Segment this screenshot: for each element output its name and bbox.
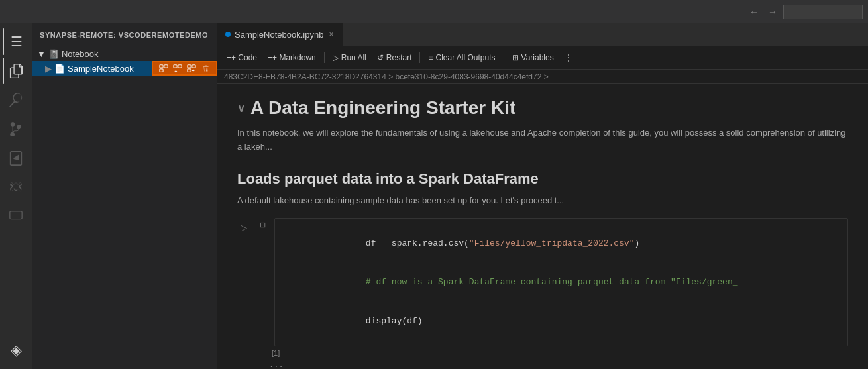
- toolbar-divider-1: [324, 52, 325, 63]
- notebook-title: ∨ A Data Engineering Starter Kit: [237, 97, 848, 119]
- code-label: + Code: [231, 53, 257, 62]
- activity-remote-explorer[interactable]: [3, 203, 29, 230]
- variables-icon: ⊞: [512, 53, 519, 62]
- activity-synapse[interactable]: ◈: [3, 337, 29, 364]
- more-icon: ⋮: [565, 53, 572, 62]
- notebook-action-buttons: [152, 61, 217, 76]
- sidebar-header: SYNAPSE-REMOTE: VSCODEREMOTEDEMO: [32, 23, 217, 46]
- plus-icon: +: [227, 53, 231, 62]
- notebook-file-label: ▶ 📄 SampleNotebook: [32, 64, 152, 74]
- clear-outputs-button[interactable]: ≡ Clear All Outputs: [424, 50, 499, 66]
- tab-close-button[interactable]: ×: [327, 28, 335, 40]
- restart-label: Restart: [386, 53, 412, 62]
- activity-menu[interactable]: ☰: [3, 28, 29, 55]
- activity-search[interactable]: [3, 87, 29, 113]
- toolbar-divider-3: [504, 52, 504, 63]
- notebook-description: In this notebook, we will explore the fu…: [237, 127, 848, 154]
- title-text: A Data Engineering Starter Kit: [250, 97, 515, 119]
- add-markdown-button[interactable]: + + Markdown: [264, 50, 320, 66]
- chevron-right-icon: ▶: [45, 64, 52, 74]
- svg-rect-2: [164, 65, 168, 68]
- cell-expand-button[interactable]: ⊟: [256, 221, 269, 229]
- svg-rect-3: [160, 69, 163, 72]
- tab-samplenotebook[interactable]: SampleNotebook.ipynb ×: [217, 23, 343, 46]
- cell-output-dots-1: ...: [237, 360, 848, 369]
- tab-bar: SampleNotebook.ipynb ×: [217, 23, 868, 46]
- collapse-chevron[interactable]: ∨: [237, 102, 245, 115]
- cell-execution-number: [1]: [272, 349, 280, 357]
- code-line-3: display(df): [283, 301, 840, 341]
- title-search-input[interactable]: [783, 5, 863, 19]
- notebook-section-header[interactable]: ▼ 📓 Notebook: [32, 46, 217, 61]
- action-notebook-more-btn[interactable]: [185, 62, 198, 74]
- activity-extensions[interactable]: [3, 174, 29, 201]
- section2-title: Loads parquet data into a Spark DataFram…: [237, 170, 848, 187]
- breadcrumb: 483C2DE8-FB78-4B2A-BC72-3218D2764314 > b…: [217, 70, 868, 84]
- code-line-1: df = spark.read.csv("Files/yellow_tripda…: [283, 224, 840, 263]
- svg-rect-10: [188, 69, 191, 72]
- run-all-button[interactable]: ▷ Run All: [329, 50, 370, 66]
- action-notebook-delete-btn[interactable]: [199, 62, 212, 74]
- notebook-icon: 📓: [48, 49, 59, 59]
- notebook-content: ∨ A Data Engineering Starter Kit In this…: [217, 84, 868, 369]
- more-options-button[interactable]: ⋮: [561, 50, 576, 66]
- nav-controls: ← →: [746, 4, 863, 20]
- code-cell-1: ▷ ⊟ df = spark.read.csv("Files/yellow_tr…: [237, 218, 848, 346]
- svg-rect-9: [192, 65, 195, 68]
- notebook-file-name: SampleNotebook: [68, 64, 134, 74]
- add-code-button[interactable]: + + Code: [223, 50, 261, 66]
- code-block[interactable]: df = spark.read.csv("Files/yellow_tripda…: [274, 218, 848, 346]
- code-line-2: # df now is a Spark DataFrame containing…: [283, 263, 840, 302]
- svg-rect-1: [160, 65, 163, 68]
- clear-outputs-label: Clear All Outputs: [436, 53, 496, 62]
- variables-button[interactable]: ⊞ Variables: [508, 50, 558, 66]
- title-bar: ← →: [0, 0, 868, 23]
- svg-rect-0: [10, 211, 22, 219]
- section2-desc: A default lakehouse containing sample da…: [237, 194, 848, 208]
- content-area: SampleNotebook.ipynb × + + Code + + Mark…: [217, 23, 868, 369]
- run-all-label: Run All: [341, 53, 366, 62]
- action-notebook-add-btn[interactable]: [171, 62, 184, 74]
- svg-rect-5: [178, 65, 182, 68]
- plus-icon2: +: [268, 53, 272, 62]
- notebook-file-icon: 📄: [54, 64, 65, 74]
- svg-rect-8: [188, 65, 191, 68]
- breadcrumb-path: 483C2DE8-FB78-4B2A-BC72-3218D2764314 > b…: [224, 72, 549, 81]
- activity-explorer[interactable]: [3, 58, 29, 84]
- chevron-right-icon: ▼: [37, 49, 46, 59]
- notebook-section-label: Notebook: [62, 49, 99, 59]
- variables-label: Variables: [521, 53, 554, 62]
- clear-icon: ≡: [428, 53, 433, 62]
- activity-run-debug[interactable]: [3, 145, 29, 172]
- activity-source-control[interactable]: [3, 116, 29, 142]
- notebook-file-row[interactable]: ▶ 📄 SampleNotebook: [32, 61, 217, 76]
- markdown-label: + Markdown: [272, 53, 316, 62]
- restart-button[interactable]: ↺ Restart: [373, 50, 416, 66]
- notebook-toolbar: + + Code + + Markdown ▷ Run All ↺ Restar…: [217, 46, 868, 70]
- tab-dot: [225, 32, 231, 37]
- toolbar-divider-2: [419, 52, 420, 63]
- restart-icon: ↺: [377, 53, 384, 62]
- action-notebook-view-btn[interactable]: [157, 62, 170, 74]
- run-all-icon: ▷: [333, 53, 339, 62]
- svg-rect-4: [174, 65, 177, 68]
- sidebar: SYNAPSE-REMOTE: VSCODEREMOTEDEMO ▼ 📓 Not…: [32, 23, 217, 369]
- nav-back-button[interactable]: ←: [746, 4, 762, 20]
- cell-run-button[interactable]: ▷: [237, 221, 250, 234]
- activity-bar: ☰ ◈: [0, 23, 32, 369]
- nav-forward-button[interactable]: →: [765, 4, 781, 20]
- tab-filename: SampleNotebook.ipynb: [235, 30, 323, 40]
